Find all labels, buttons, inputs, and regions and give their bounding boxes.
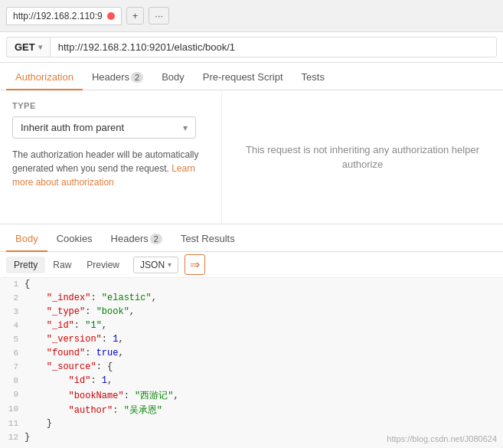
tab-authorization[interactable]: Authorization bbox=[6, 65, 83, 90]
auth-panel: TYPE Inherit auth from parent ▾ The auth… bbox=[0, 90, 503, 224]
format-chevron-icon: ▾ bbox=[168, 260, 171, 269]
browser-tab[interactable]: http://192.168.2.110:9 bbox=[6, 7, 122, 25]
more-button[interactable]: ··· bbox=[149, 7, 169, 25]
response-tab-cookies[interactable]: Cookies bbox=[47, 227, 102, 252]
watermark: https://blog.csdn.net/J080624 bbox=[387, 434, 497, 443]
request-tabs-row: Authorization Headers2 Body Pre-request … bbox=[0, 63, 503, 90]
type-select[interactable]: Inherit auth from parent ▾ bbox=[12, 116, 196, 139]
code-line: 7 "_source": { bbox=[0, 361, 503, 374]
code-line: 1 { bbox=[0, 278, 503, 292]
auth-description: The authorization header will be automat… bbox=[12, 148, 209, 189]
browser-chrome: http://192.168.2.110:9 + ··· bbox=[0, 0, 503, 32]
tab-url: http://192.168.2.110:9 bbox=[13, 11, 103, 21]
tab-headers[interactable]: Headers2 bbox=[83, 65, 152, 90]
code-line: 10 "author": "吴承恩" bbox=[0, 403, 503, 417]
auth-right-message: This request is not inheriting any autho… bbox=[246, 142, 479, 172]
method-select[interactable]: GET ▾ bbox=[6, 37, 50, 57]
auth-left: TYPE Inherit auth from parent ▾ The auth… bbox=[0, 90, 222, 224]
format-value: JSON bbox=[140, 260, 165, 270]
tab-body[interactable]: Body bbox=[152, 65, 194, 90]
response-tabs-row: Body Cookies Headers2 Test Results bbox=[0, 224, 503, 252]
response-tab-headers[interactable]: Headers2 bbox=[102, 227, 171, 252]
code-line: 4 "_id": "1", bbox=[0, 319, 503, 333]
tab-pre-request-script[interactable]: Pre-request Script bbox=[194, 65, 292, 90]
code-line: 9 "bookName": "西游记", bbox=[0, 388, 503, 403]
auth-right: This request is not inheriting any autho… bbox=[222, 90, 503, 224]
code-area[interactable]: 1 { 2 "_index": "elastic", 3 "_type": "b… bbox=[0, 278, 503, 448]
raw-button[interactable]: Raw bbox=[45, 257, 79, 273]
code-line: 2 "_index": "elastic", bbox=[0, 292, 503, 306]
pretty-button[interactable]: Pretty bbox=[6, 257, 45, 273]
response-tab-body[interactable]: Body bbox=[6, 227, 47, 252]
code-line: 11 } bbox=[0, 417, 503, 431]
type-label: TYPE bbox=[12, 101, 209, 110]
format-select[interactable]: JSON ▾ bbox=[133, 257, 178, 273]
preview-button[interactable]: Preview bbox=[79, 257, 127, 273]
type-value: Inherit auth from parent bbox=[21, 122, 124, 133]
method-label: GET bbox=[15, 41, 35, 53]
tab-tests[interactable]: Tests bbox=[292, 65, 334, 90]
format-toolbar: Pretty Raw Preview JSON ▾ ⇒ bbox=[0, 252, 503, 278]
type-chevron-icon: ▾ bbox=[183, 123, 188, 133]
response-tab-test-results[interactable]: Test Results bbox=[171, 227, 244, 252]
request-bar: GET ▾ bbox=[0, 32, 503, 63]
code-line: 3 "_type": "book", bbox=[0, 306, 503, 319]
wrap-icon[interactable]: ⇒ bbox=[185, 254, 205, 275]
tab-close-dot[interactable] bbox=[107, 12, 115, 20]
new-tab-button[interactable]: + bbox=[126, 7, 145, 25]
code-line: 5 "_version": 1, bbox=[0, 333, 503, 347]
code-line: 8 "id": 1, bbox=[0, 374, 503, 388]
code-line: 6 "found": true, bbox=[0, 347, 503, 361]
url-input[interactable] bbox=[50, 37, 497, 57]
method-chevron-icon: ▾ bbox=[38, 43, 42, 51]
